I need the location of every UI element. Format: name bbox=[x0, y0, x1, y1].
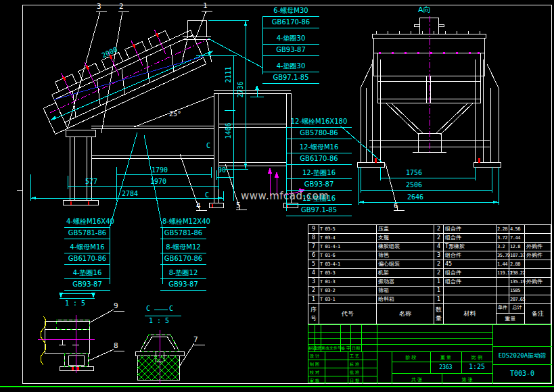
fastener-spec: 4-垫圈30 bbox=[262, 61, 319, 72]
rev-col-docno: 更改文件号 bbox=[321, 345, 342, 351]
cell-material: 组合件 bbox=[444, 269, 497, 277]
fastener-spec: 4-垫圈16 bbox=[64, 268, 110, 279]
view-a-scale: 1 : 5 bbox=[65, 299, 85, 307]
cell-total-weight: 238.22 bbox=[509, 269, 525, 277]
balloon-2: 2 bbox=[119, 2, 124, 11]
cell-no: 1 bbox=[308, 295, 319, 303]
label-scale: 比 例 bbox=[461, 354, 492, 361]
left-view-screen-box bbox=[35, 20, 298, 207]
section-c-label-bottom: C bbox=[205, 191, 209, 199]
fastener-standard: GB5780-86 bbox=[286, 128, 352, 139]
cell-unit-weight: 119.11 bbox=[497, 269, 509, 277]
fastener-standard: GB6170-86 bbox=[160, 253, 206, 265]
cell-note bbox=[525, 225, 551, 233]
annotation-stack-bottom-left-2: 8-螺栓M12X40 GB5781-86 8-螺母M12 GB6170-86 8… bbox=[160, 216, 206, 293]
header-total-weight: 总计 bbox=[509, 304, 525, 313]
cell-note: 外购件 bbox=[525, 278, 551, 286]
label-stage: 阶 段 bbox=[392, 354, 430, 361]
header-code: 代号 bbox=[319, 304, 377, 324]
fastener-standard: GB6170-86 bbox=[262, 17, 319, 28]
fastener-standard: GB6170-86 bbox=[64, 253, 110, 265]
header-name: 名称 bbox=[377, 304, 434, 324]
fastener-spec: 4-螺栓M16X40 bbox=[64, 216, 110, 228]
label-ratify: 批 准 bbox=[350, 370, 359, 376]
cell-name: 给料箱 bbox=[377, 295, 434, 303]
fastener-spec: 6-螺母M30 bbox=[262, 5, 319, 17]
cell-qty: 2 bbox=[434, 269, 444, 277]
fastener-note: 6-螺母M30 GB6170-86 bbox=[262, 5, 319, 28]
cell-material: 45 bbox=[444, 260, 497, 268]
cell-code: T 03-1 bbox=[319, 295, 377, 303]
cell-no: 8 bbox=[308, 234, 319, 242]
table-row: 9 T 03-5 压盖 2 组合件 2.28 4.56 bbox=[308, 225, 551, 234]
balloon-9: 9 bbox=[114, 301, 118, 310]
parts-list-table: 9 T 03-5 压盖 2 组合件 2.28 4.56 8 T 03-4 支腿 … bbox=[308, 224, 551, 324]
section-cc-label-left: C bbox=[146, 305, 150, 312]
fastener-note: 8-螺母M12 GB6170-86 bbox=[160, 242, 206, 265]
cell-code: T 03-2 bbox=[319, 287, 377, 295]
cell-note: 外购件 bbox=[525, 251, 551, 260]
cell-qty: 1 bbox=[434, 287, 444, 295]
cell-note bbox=[525, 234, 551, 242]
table-header-row: 序号 代号 名称 数量 材料 单件 总计 重量 备注 bbox=[308, 304, 551, 324]
cell-material: 组合件 bbox=[444, 225, 497, 233]
label-approve: 审 核 bbox=[310, 378, 319, 384]
dim-2736: 2736 bbox=[237, 76, 244, 103]
fastener-standard: GB93-87 bbox=[286, 179, 352, 191]
header-weight-group: 单件 总计 重量 bbox=[497, 304, 525, 324]
cell-total-weight: 107.37 bbox=[509, 251, 525, 260]
right-view-front bbox=[357, 18, 501, 167]
cell-material bbox=[444, 287, 497, 295]
label-design: 设 计 bbox=[310, 353, 319, 360]
cell-qty: 3 bbox=[434, 251, 444, 260]
balloon-3: 3 bbox=[97, 2, 101, 11]
cell-note: 外购件 bbox=[525, 243, 551, 251]
section-cc-scale: 1 : 5 bbox=[149, 317, 169, 324]
product-title: EDS2020A振动筛 bbox=[492, 351, 552, 360]
cell-code: T 03-4-1 bbox=[319, 260, 377, 268]
fastener-note: 4-垫圈30 GB97.1-85 bbox=[262, 61, 319, 84]
table-row: 4 T 03-3 机架 2 组合件 119.11 238.22 bbox=[308, 269, 551, 278]
cell-code: T 01-6 bbox=[319, 251, 377, 260]
label-check: 校 对 bbox=[310, 370, 319, 376]
dim-2784: 2784 bbox=[122, 190, 138, 197]
cell-name: 振动器 bbox=[377, 278, 434, 286]
balloon-8: 8 bbox=[114, 341, 118, 350]
balloon-4: 4 bbox=[196, 201, 201, 210]
label-process: 工 艺 bbox=[350, 353, 359, 360]
cell-code: T 01-3 bbox=[319, 278, 377, 286]
fastener-standard: GB5781-86 bbox=[160, 228, 206, 239]
cell-no: 3 bbox=[308, 278, 319, 286]
title-block: 标记 处数 更改文件号 签 字 日期 设 计 制 图 校 对 审 核 工 艺 标… bbox=[308, 324, 551, 383]
cell-material bbox=[444, 295, 497, 303]
header-unit-weight: 单件 bbox=[497, 304, 509, 313]
cell-unit-weight: 35.79 bbox=[497, 251, 509, 260]
cell-no: 6 bbox=[308, 251, 319, 260]
section-c-label-top: C bbox=[206, 142, 210, 149]
rev-col-mark: 标记 bbox=[308, 345, 315, 351]
cell-qty: 2 bbox=[434, 234, 444, 242]
dim-2646: 2646 bbox=[407, 193, 423, 201]
table-row: 3 T 01-3 振动器 1 组合件 135.19 外购件 bbox=[308, 278, 551, 287]
header-note: 备注 bbox=[525, 304, 551, 324]
cell-total-weight: 12.8 bbox=[509, 243, 525, 251]
annotation-stack-bottom-left-1: 4-螺栓M16X40 GB5781-86 4-螺母M16 GB6170-86 4… bbox=[64, 216, 110, 293]
cell-unit-weight bbox=[497, 278, 509, 286]
fastener-spec: 12-垫圈16 bbox=[286, 168, 352, 179]
cell-qty: 1 bbox=[434, 278, 444, 286]
label-weight: 重 量 bbox=[430, 354, 461, 361]
fastener-note: 12-螺栓M16X180 GB5780-86 bbox=[286, 116, 352, 139]
a-direction-label: A向 bbox=[418, 5, 431, 15]
cell-qty: 4 bbox=[434, 243, 444, 251]
fastener-standard: GB6170-86 bbox=[286, 153, 352, 165]
fastener-standard: GB5781-86 bbox=[64, 228, 110, 239]
cell-unit-weight: 1.44 bbox=[497, 260, 509, 268]
drawing-number: T003-0 bbox=[492, 370, 552, 377]
cell-name: 橡胶组装 bbox=[377, 243, 434, 251]
label-date: 日 期 bbox=[350, 378, 359, 384]
watermark: www.mfcad.com bbox=[241, 190, 329, 202]
scale-value: 1:25 bbox=[461, 363, 492, 370]
label-sheet-no: 第 张 bbox=[442, 376, 492, 383]
fastener-note: 4-垫圈16 GB93-87 bbox=[64, 268, 110, 291]
header-weight: 重量 bbox=[505, 314, 516, 324]
